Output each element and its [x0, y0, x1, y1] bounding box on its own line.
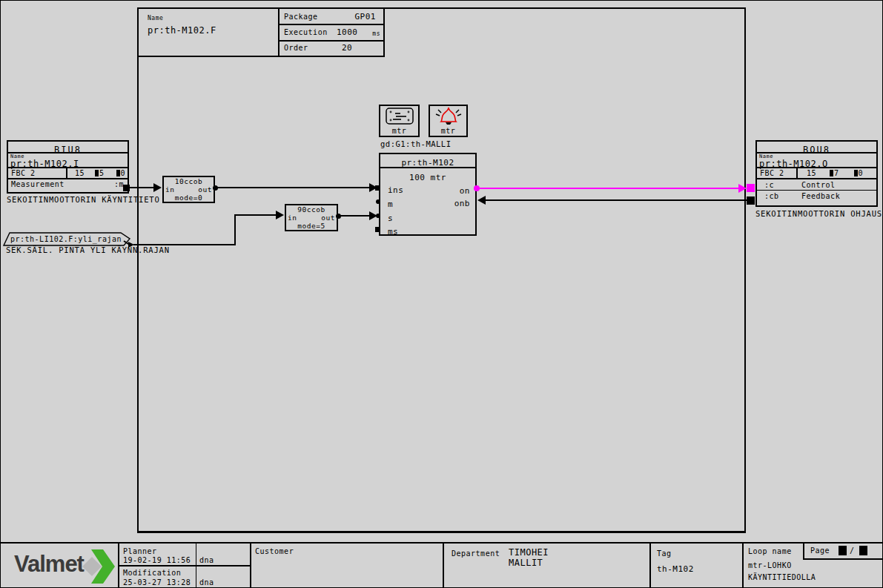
- diagram-properties-table[interactable]: Package GP01 Execution 1000 ms Order 20: [278, 7, 385, 57]
- arrowhead-icon: [276, 211, 284, 219]
- modification-by: dna: [199, 578, 214, 587]
- diagram-name-label: Name: [148, 15, 163, 22]
- title-block: Valmet Planner 19-02-19 11:56 dna Modifi…: [1, 542, 882, 587]
- loop-name-line1: mtr-LOHKO: [748, 561, 792, 569]
- biu8-measurement-connector: [123, 185, 130, 191]
- package-value: GP01: [355, 12, 377, 22]
- ccob10-in-label: in: [165, 185, 174, 194]
- loop-name-line2: KÄYNTITIEDOLLA: [748, 573, 816, 581]
- arrowhead-icon: [738, 184, 747, 193]
- wire-feedback-to-onb[interactable]: [486, 199, 747, 201]
- bou8-title-row: BOU8: [757, 142, 876, 153]
- drawing-frame: [137, 7, 746, 533]
- biu8-block[interactable]: BIU8 Name pr:th-M102.I FBC 2 15 5 0 Meas…: [7, 140, 129, 194]
- mtr-block[interactable]: pr:th-M102 100 mtr ins m s ms on onb: [379, 153, 477, 236]
- divider: [742, 544, 744, 587]
- bou8-fbc-row: FBC 2 15 7 0: [757, 168, 876, 179]
- ccob90-block[interactable]: 90ccob in out mode=5: [285, 204, 338, 231]
- mtr-input-s: s: [388, 214, 393, 223]
- biu8-fbc-label: FBC 2: [8, 168, 67, 178]
- execution-unit: ms: [372, 30, 380, 37]
- mtr-m-connector: [376, 199, 380, 204]
- bou8-description: SEKOITINMOOTTORIN OHJAUS: [755, 209, 882, 218]
- page-total: 1: [859, 546, 867, 555]
- mtr-ins-connector: [375, 185, 380, 191]
- ccob10-title: 10ccob: [164, 177, 214, 185]
- biu8-stat-2: 0: [116, 168, 126, 178]
- biu8-name-row: Name pr:th-M102.I: [8, 153, 128, 168]
- faceplate-icon-label: mtr: [380, 127, 418, 135]
- bou8-stat-2: 0: [854, 168, 864, 178]
- bou8-port-cb-label: Feedback: [801, 192, 840, 200]
- ccob10-block[interactable]: 10ccob in out mode=0: [162, 176, 215, 203]
- bou8-port-c-row: :c Control: [757, 179, 876, 191]
- mtr-ms-connector: [375, 227, 380, 232]
- execution-value: 1000: [337, 27, 358, 37]
- tag-label: Tag: [657, 549, 672, 558]
- package-label: Package: [284, 13, 318, 21]
- department-value-line1: TIMOHEI: [509, 547, 549, 558]
- wire-ccob90-to-s[interactable]: [340, 215, 369, 217]
- divider: [118, 565, 250, 566]
- bou8-stat-0: 15: [807, 168, 816, 178]
- biu8-port-label: Measurement: [11, 180, 65, 188]
- mtr-s-connector: [376, 214, 380, 218]
- modification-label: Modification: [123, 569, 181, 577]
- bou8-fbc-label: FBC 2: [757, 168, 798, 178]
- diagram-canvas: Name pr:th-M102.F Package GP01 Execution…: [0, 0, 883, 588]
- page-current: 1: [839, 546, 847, 555]
- page-separator: /: [850, 546, 855, 555]
- wire-ccob10-to-ins[interactable]: [216, 187, 369, 188]
- diagram-name-value: pr:th-M102.F: [148, 25, 216, 36]
- valmet-logo-arrow-icon: [82, 549, 115, 584]
- order-row: Order 20: [280, 42, 383, 56]
- arrowhead-icon: [153, 183, 162, 192]
- biu8-title-row: BIU8: [8, 142, 128, 153]
- divider: [443, 544, 444, 587]
- order-value: 20: [342, 43, 352, 53]
- planner-datetime: 19-02-19 11:56: [123, 556, 191, 564]
- bou8-port-cb-tag: :cb: [764, 192, 779, 200]
- faceplate-icon-box[interactable]: mtr: [379, 105, 420, 137]
- arrowhead-icon: [477, 196, 486, 205]
- planner-label: Planner: [123, 547, 157, 555]
- biu8-fbc-row: FBC 2 15 5 0: [8, 168, 128, 179]
- bou8-port-c-label: Control: [801, 181, 836, 189]
- wire-tag-vertical[interactable]: [234, 214, 236, 245]
- reference-tag[interactable]: pr:th-LI102.F:yli_rajan: [3, 232, 133, 246]
- biu8-description: SEKOITINMOOTTORIN KÄYNTITIETO: [7, 195, 160, 204]
- bou8-block[interactable]: BOU8 Name pr:th-M102.O FBC 2 15 7 0 :c C…: [755, 140, 878, 207]
- reference-tag-description: SEK.SÄIL. PINTA YLI KÄYNN.RAJAN: [6, 245, 170, 254]
- ccob90-out-label: out: [321, 214, 335, 222]
- wire-tag-horizontal[interactable]: [133, 244, 236, 245]
- mtr-input-ms: ms: [388, 227, 398, 237]
- valmet-logo-text: Valmet: [14, 551, 84, 577]
- reference-tag-text: pr:th-LI102.F:yli_rajan: [10, 235, 122, 243]
- alarm-icon-box[interactable]: mtr: [429, 105, 468, 137]
- bou8-name-row: Name pr:th-M102.O: [757, 153, 876, 168]
- ccob90-in-label: in: [288, 214, 297, 222]
- group-display-ref[interactable]: gd:G1:th-MALLI: [380, 139, 452, 148]
- alarm-icon-label: mtr: [430, 127, 466, 135]
- biu8-stat-0: 15: [75, 168, 85, 178]
- tag-value: th-M102: [657, 564, 694, 574]
- ccob90-title: 90ccob: [286, 205, 337, 214]
- bou8-port-cb-row: :cb Feedback: [757, 191, 876, 202]
- bou8-name-value: pr:th-M102.O: [759, 159, 828, 169]
- wire-on-to-control[interactable]: [480, 188, 741, 189]
- diagram-name-box[interactable]: Name pr:th-M102.F: [137, 7, 280, 57]
- biu8-name-value: pr:th-M102.I: [10, 159, 79, 169]
- alarm-bell-icon: [432, 106, 465, 126]
- department-label: Department: [452, 549, 500, 558]
- customer-label: Customer: [255, 547, 294, 555]
- wire-tag-to-ccob90[interactable]: [234, 214, 277, 216]
- mtr-block-title: pr:th-M102: [401, 158, 454, 168]
- valmet-logo: Valmet: [14, 551, 84, 578]
- mtr-block-title-row: pr:th-M102: [380, 154, 475, 168]
- ccob90-mode: mode=5: [286, 222, 337, 230]
- wire-measurement-to-ccob10[interactable]: [130, 187, 155, 188]
- loop-name-label: Loop name: [748, 547, 792, 555]
- bou8-control-connector: [747, 184, 755, 192]
- biu8-stat-1: 5: [95, 168, 105, 178]
- mtr-block-subtitle: 100 mtr: [380, 173, 475, 182]
